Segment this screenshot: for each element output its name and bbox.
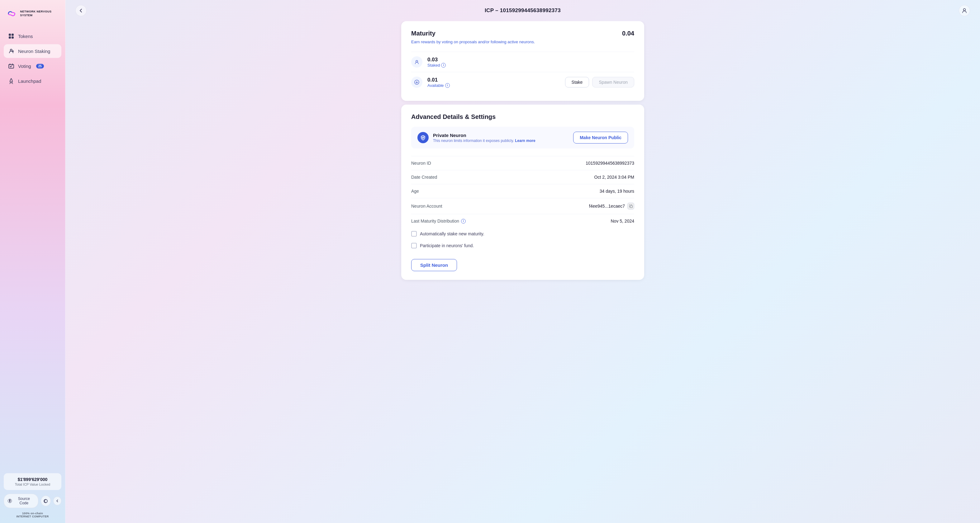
sidebar-item-label-tokens: Tokens (18, 33, 33, 39)
svg-rect-3 (11, 36, 14, 39)
advanced-details-card: Advanced Details & Settings Private Neur… (401, 105, 644, 280)
source-code-label: Source Code (14, 496, 34, 505)
advanced-title: Advanced Details & Settings (411, 113, 634, 120)
last-maturity-info-icon[interactable]: i (461, 219, 466, 223)
bottom-actions: Source Code (4, 494, 61, 508)
staked-label: Staked i (427, 63, 446, 68)
split-neuron-button[interactable]: Split Neuron (411, 259, 457, 271)
launchpad-icon (8, 78, 14, 84)
maturity-header: Maturity 0.04 (411, 30, 634, 37)
svg-rect-2 (9, 36, 11, 39)
age-row: Age 34 days, 19 hours (411, 184, 634, 198)
available-row-left: 0.01 Available i (411, 76, 450, 88)
page-title: ICP – 10159299445638992373 (485, 8, 561, 14)
date-created-value: Oct 2, 2024 3:04 PM (594, 174, 634, 180)
staked-icon (411, 56, 422, 68)
last-maturity-value: Nov 5, 2024 (611, 219, 635, 223)
theme-toggle-button[interactable] (41, 496, 51, 506)
private-neuron-desc: This neuron limits information it expose… (433, 138, 536, 143)
header: ICP – 10159299445638992373 (65, 0, 980, 21)
staked-row-left: 0.03 Staked i (411, 56, 446, 68)
neuron-id-label: Neuron ID (411, 161, 431, 166)
spawn-neuron-button[interactable]: Spawn Neuron (592, 77, 634, 87)
copy-icon (629, 204, 633, 208)
tvl-card: $1'899'629'000 Total ICP Value Locked (4, 473, 61, 490)
svg-point-9 (416, 60, 418, 62)
available-icon (411, 76, 422, 88)
sidebar-item-launchpad[interactable]: Launchpad (4, 74, 61, 88)
tokens-icon (8, 33, 14, 39)
copy-account-button[interactable] (627, 203, 634, 209)
sidebar-bottom: $1'899'629'000 Total ICP Value Locked So… (0, 468, 65, 523)
source-code-button[interactable]: Source Code (4, 494, 38, 508)
make-neuron-public-button[interactable]: Make Neuron Public (573, 132, 628, 144)
neuron-account-row: Neuron Account f4ee945...1ecaec7 (411, 198, 634, 214)
sidebar-item-voting[interactable]: Voting 25 (4, 59, 61, 73)
stake-button[interactable]: Stake (565, 77, 589, 87)
sidebar-item-label-voting: Voting (18, 63, 31, 69)
split-neuron-section: Split Neuron (411, 254, 634, 271)
private-neuron-icon (417, 132, 429, 143)
maturity-subtitle: Earn rewards by voting on proposals and/… (411, 40, 634, 44)
sidebar-item-label-neuron-staking: Neuron Staking (18, 49, 50, 54)
neurons-fund-checkbox[interactable] (411, 243, 417, 249)
available-row: 0.01 Available i Stake Spawn Neuron (411, 72, 634, 92)
neuron-account-value: f4ee945...1ecaec7 (589, 203, 634, 209)
logo-text: NETWORK NERVOUS SYSTEM (20, 10, 59, 17)
maturity-card: Maturity 0.04 Earn rewards by voting on … (401, 21, 644, 101)
nav: Tokens Neuron Staking Voti (0, 26, 65, 468)
neuron-account-label: Neuron Account (411, 204, 442, 209)
neuron-staking-icon (8, 48, 14, 54)
user-icon (962, 8, 967, 13)
sidebar: NETWORK NERVOUS SYSTEM Tokens (0, 0, 65, 523)
staked-info-icon[interactable]: i (441, 63, 446, 68)
github-icon (8, 499, 12, 503)
available-info: 0.01 Available i (427, 77, 450, 88)
chevron-left-icon (78, 8, 83, 13)
sidebar-collapse-button[interactable] (53, 496, 61, 505)
tvl-label: Total ICP Value Locked (8, 483, 57, 486)
auto-stake-checkbox[interactable] (411, 231, 417, 236)
neurons-fund-label: Participate in neurons' fund. (420, 243, 474, 248)
user-menu-button[interactable] (959, 5, 970, 16)
staked-row: 0.03 Staked i (411, 52, 634, 72)
maturity-title: Maturity (411, 30, 436, 37)
private-neuron-text: Private Neuron This neuron limits inform… (433, 133, 536, 143)
maturity-value: 0.04 (622, 30, 634, 37)
svg-rect-11 (630, 206, 632, 208)
voting-icon (8, 63, 14, 69)
svg-rect-0 (9, 33, 11, 36)
moon-icon (43, 499, 48, 503)
available-actions: Stake Spawn Neuron (565, 77, 634, 87)
auto-stake-label: Automatically stake new maturity. (420, 231, 484, 236)
card-container: Maturity 0.04 Earn rewards by voting on … (401, 21, 644, 513)
sidebar-item-neuron-staking[interactable]: Neuron Staking (4, 44, 61, 58)
last-maturity-row: Last Maturity Distribution i Nov 5, 2024 (411, 214, 634, 228)
date-created-row: Date Created Oct 2, 2024 3:04 PM (411, 170, 634, 184)
nns-logo-icon (6, 8, 17, 20)
staked-info: 0.03 Staked i (427, 57, 446, 68)
main: ICP – 10159299445638992373 Maturity 0.04… (65, 0, 980, 523)
neurons-fund-checkbox-row: Participate in neurons' fund. (411, 240, 634, 252)
svg-point-6 (11, 81, 12, 82)
private-neuron-box: Private Neuron This neuron limits inform… (411, 127, 634, 149)
icp-label: 100% on-chainINTERNET COMPUTER (4, 512, 61, 518)
content-area: Maturity 0.04 Earn rewards by voting on … (65, 21, 980, 523)
age-value: 34 days, 19 hours (600, 189, 634, 193)
sidebar-item-label-launchpad: Launchpad (18, 78, 41, 84)
chevron-left-icon (56, 499, 59, 503)
learn-more-link[interactable]: Learn more (515, 138, 535, 143)
auto-stake-checkbox-row: Automatically stake new maturity. (411, 228, 634, 240)
available-info-icon[interactable]: i (445, 83, 450, 88)
staked-amount: 0.03 (427, 57, 446, 63)
back-button[interactable] (75, 5, 87, 16)
last-maturity-label: Last Maturity Distribution i (411, 219, 466, 223)
age-label: Age (411, 189, 419, 193)
svg-point-8 (963, 9, 966, 11)
neuron-id-row: Neuron ID 10159299445638992373 (411, 156, 634, 170)
svg-rect-1 (11, 33, 14, 36)
tvl-amount: $1'899'629'000 (8, 477, 57, 482)
private-neuron-title: Private Neuron (433, 133, 536, 138)
private-neuron-left: Private Neuron This neuron limits inform… (417, 132, 536, 143)
sidebar-item-tokens[interactable]: Tokens (4, 29, 61, 43)
